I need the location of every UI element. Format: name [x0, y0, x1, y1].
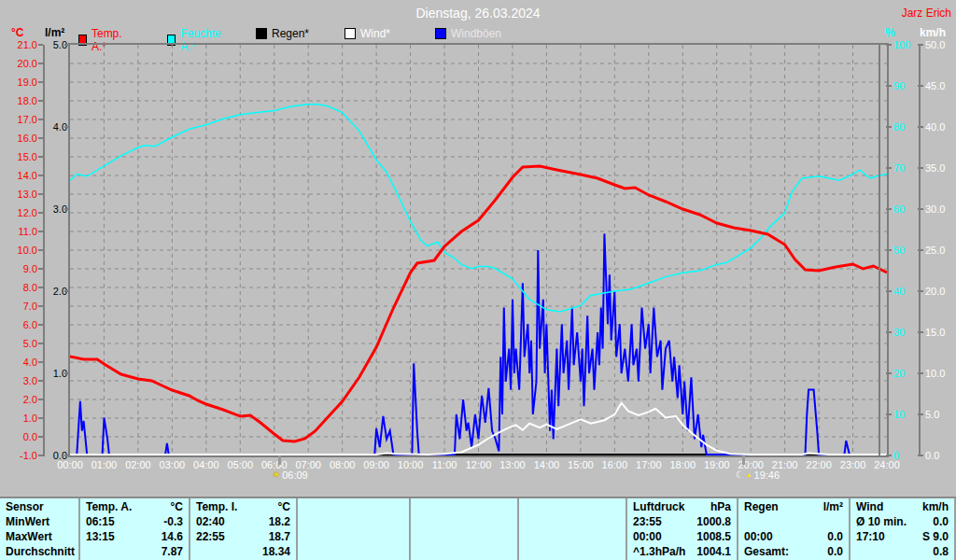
x-axis-tick-label: 16:00 — [602, 459, 628, 470]
cell-value: 0.0 — [827, 545, 843, 560]
temp-axis-tick — [38, 268, 43, 270]
rain-axis-tick-label: 3.0 — [37, 204, 67, 215]
rain-axis-tick — [64, 44, 70, 46]
wind-axis-tick — [918, 413, 923, 415]
sunrise-marker: ☀ 06:09 — [272, 469, 308, 481]
legend-label: Regen* — [272, 27, 309, 40]
cell-time: 00:00 — [633, 530, 662, 545]
cell-value: 18.34 — [262, 545, 290, 560]
temp-axis-tick — [38, 343, 43, 344]
temp-axis-tick-label: 16.0 — [0, 133, 37, 144]
temp-axis-tick — [38, 361, 43, 363]
sunset-time: 19:46 — [754, 469, 780, 481]
cell-value: 1004.1 — [696, 545, 731, 560]
wind-axis-tick — [918, 85, 923, 87]
table-header-row — [298, 500, 409, 515]
sensor-unit: km/h — [922, 500, 949, 515]
row-label: MinWert — [0, 515, 78, 530]
temp-axis-tick — [38, 324, 43, 326]
temp-axis-tick-label: 12.0 — [0, 208, 37, 218]
wind-axis-tick — [918, 290, 923, 292]
temp-axis-tick-label: 7.0 — [0, 301, 37, 312]
temp-axis-tick-label: 10.0 — [0, 245, 37, 256]
temp-axis-tick-label: -1.0 — [0, 451, 37, 461]
temp-axis-tick-label: 4.0 — [0, 357, 37, 368]
sensor-unit: hPa — [710, 500, 731, 515]
humidity-axis-tick — [886, 167, 892, 169]
temp-axis-tick — [38, 175, 43, 176]
table-row — [411, 530, 517, 545]
temp-axis-tick-label: 3.0 — [0, 376, 37, 386]
legend-color-swatch — [256, 28, 267, 39]
sensor-unit: l/m² — [823, 500, 843, 515]
x-axis-tick-label: 05:00 — [228, 459, 254, 470]
sunrise-axis-tick — [278, 455, 281, 465]
row-label: MaxWert — [0, 530, 78, 545]
x-axis-tick-label: 24:00 — [874, 459, 900, 470]
unit-label-kmh: km/h — [920, 26, 946, 39]
table-row — [298, 530, 409, 545]
temp-axis-tick-label: 19.0 — [0, 77, 37, 88]
table-row: 00:000.0 — [738, 530, 849, 545]
x-axis-tick-label: 03:00 — [160, 459, 186, 470]
cell-value: 7.87 — [162, 545, 183, 560]
humidity-axis-tick — [886, 290, 892, 292]
rain-axis-tick — [64, 455, 70, 456]
rain-axis-tick — [64, 126, 70, 128]
x-axis-tick-label: 04:00 — [193, 459, 219, 470]
temp-axis-tick — [38, 193, 43, 195]
table-header-row — [519, 500, 626, 515]
rain-axis-tick-label: 2.0 — [37, 287, 67, 297]
table-row: 17:10S 9.0 — [851, 530, 954, 545]
x-axis-tick-label: 10:00 — [398, 459, 424, 470]
wind-axis-tick-label: 20.0 — [925, 287, 956, 297]
author-label: Jarz Erich — [902, 7, 951, 20]
table-row: 06:15-0.3 — [80, 515, 189, 530]
legend-color-swatch — [344, 28, 356, 39]
temp-axis-tick-label: 5.0 — [0, 339, 37, 349]
wind-axis-tick-label: 30.0 — [925, 204, 956, 215]
humidity-axis-tick — [886, 249, 892, 251]
rain-axis-tick — [64, 208, 70, 210]
wind-axis-tick — [918, 167, 923, 169]
temp-axis-tick — [38, 231, 43, 232]
table-row: 22:5518.7 — [190, 530, 296, 545]
sunset-marker: ☾ ▲ 19:46 — [736, 469, 780, 481]
humidity-axis-tick — [886, 126, 892, 128]
x-axis-tick-label: 19:00 — [704, 459, 730, 470]
cell-time: 13:15 — [86, 530, 115, 545]
temp-axis-tick — [38, 63, 43, 64]
wind-axis-tick — [918, 249, 923, 251]
weather-station-window: Dienstag, 26.03.2024 Jarz Erich °C l/m² … — [0, 0, 956, 560]
table-column-wind: Windkm/hØ 10 min.0.017:10S 9.00.8 — [851, 498, 956, 560]
table-header-row: LuftdruckhPa — [627, 500, 737, 515]
cell-time: 06:15 — [86, 515, 115, 530]
sensor-name: Regen — [744, 500, 779, 515]
table-row — [519, 515, 626, 530]
temp-axis-tick — [38, 380, 43, 382]
sensor-unit: °C — [171, 500, 183, 515]
temp-axis-tick-label: 15.0 — [0, 152, 37, 162]
table-column-regen: Regenl/m²00:000.0Gesamt:0.0 — [738, 498, 851, 560]
temp-axis-tick — [38, 305, 43, 307]
humidity-axis-tick — [886, 208, 892, 210]
table-row: 0.8 — [851, 545, 954, 560]
cell-time: 00:00 — [744, 530, 773, 545]
table-row — [298, 545, 409, 560]
temp-axis-tick-label: 1.0 — [0, 413, 37, 424]
table-row — [519, 530, 626, 545]
humidity-axis-tick — [886, 44, 892, 46]
x-axis-tick-label: 14:00 — [534, 459, 560, 470]
temp-axis-tick-label: 17.0 — [0, 115, 37, 125]
legend-item-wind: Wind* — [344, 27, 390, 40]
table-row — [298, 515, 409, 530]
x-axis-tick-label: 13:00 — [499, 459, 526, 470]
unit-label-celsius: °C — [11, 26, 23, 39]
cell-value: 1008.5 — [696, 530, 731, 545]
x-axis-tick-label: 12:00 — [466, 459, 492, 470]
wind-axis-tick-label: 50.0 — [925, 40, 956, 50]
table-row: 7.87 — [80, 545, 189, 560]
temp-axis-tick-label: 21.0 — [0, 40, 37, 50]
cell-time: Ø 10 min. — [856, 515, 907, 530]
table-row: 23:551000.8 — [627, 515, 737, 530]
